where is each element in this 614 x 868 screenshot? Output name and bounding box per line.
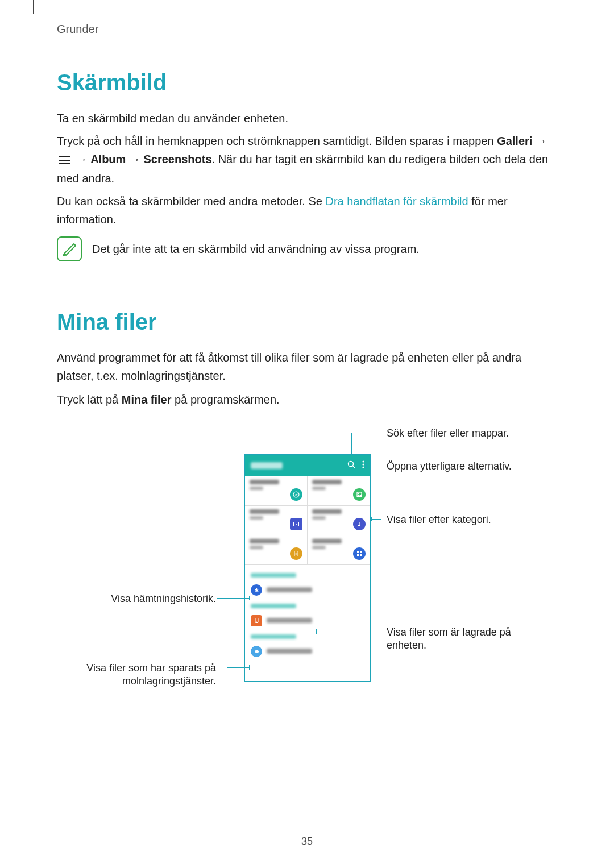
text-part: Du kan också ta skärmbilder med andra me… [57,195,325,207]
gallery-label: Galleri [497,135,532,147]
cloud-storage-label [251,634,296,639]
documents-icon [290,547,302,560]
skarmbild-intro: Ta en skärmbild medan du använder enhete… [57,109,557,127]
tile-images[interactable] [308,476,370,506]
skarmbild-other-methods: Du kan också ta skärmbilder med andra me… [57,192,557,229]
tile-videos[interactable] [245,506,308,535]
callout-more: Öppna ytterligare alternativ. [387,460,529,473]
svg-rect-17 [357,554,359,556]
text-part: Tryck på och håll in hemknappen och strö… [57,135,497,147]
device-icon [251,615,262,626]
cloud-storage-row[interactable] [251,642,364,661]
cloud-icon [251,646,262,657]
arrow-icon: → [532,135,547,147]
tile-recent[interactable] [245,476,308,506]
search-icon[interactable] [347,460,355,471]
heading-skarmbild: Skärmbild [57,70,557,95]
arrow-icon: → [126,153,143,165]
skarmbild-instructions: Tryck på och håll in hemknappen och strö… [57,132,557,188]
mina-filer-label: Mina filer [122,393,172,406]
apps-icon [353,547,366,560]
mina-filer-intro: Använd programmet för att få åtkomst til… [57,348,557,385]
device-storage-row[interactable] [251,612,364,630]
tile-downloads[interactable] [308,535,370,565]
svg-point-10 [358,493,359,494]
phone-header [245,455,370,476]
note-row: Det går inte att ta en skärmbild vid anv… [57,236,557,261]
download-history-row[interactable] [251,581,364,599]
arrow-icon: → [73,153,90,165]
callout-tick [249,665,250,670]
breadcrumb: Grunder [57,23,557,36]
more-icon[interactable] [362,460,364,471]
callout-download: Visa hämtningshistorik. [74,592,216,605]
phone-list [245,565,370,664]
svg-rect-18 [360,554,362,556]
heading-mina-filer: Mina filer [57,309,557,335]
callout-tick [316,629,317,634]
svg-rect-16 [360,551,362,553]
screenshots-label: Screenshots [143,153,211,165]
annotated-figure: Sök efter filer eller mappar. Öppna ytte… [85,426,529,710]
svg-rect-15 [357,551,359,553]
callout-cloud: Visa filer som har sparats på molnlagrin… [74,662,216,688]
tile-audio[interactable] [308,506,370,535]
download-history-label [251,573,296,578]
svg-point-21 [256,622,256,622]
callout-line [351,433,381,434]
callout-line [371,519,381,520]
text-part: på programskärmen. [172,393,280,406]
palm-swipe-link[interactable]: Dra handflatan för skärmbild [325,195,468,207]
hamburger-icon [59,151,70,169]
callout-line [217,598,249,599]
phone-mock [244,454,371,682]
callout-line [366,466,381,467]
note-icon [57,236,82,261]
callout-device: Visa filer som är lagrade på enheten. [387,626,529,653]
callout-tick [371,517,372,521]
mina-filer-tap: Tryck lätt på Mina filer på programskärm… [57,391,557,409]
svg-point-7 [362,466,364,468]
svg-point-6 [362,463,364,465]
text-part: Tryck lätt på [57,393,122,406]
callout-line [351,433,352,454]
note-text: Det går inte att ta en skärmbild vid anv… [92,236,420,261]
videos-icon [290,518,302,530]
page-number: 35 [301,836,313,848]
callout-category: Visa filer efter kategori. [387,513,529,526]
album-label: Album [90,153,126,165]
top-margin-rule [33,0,34,14]
svg-line-4 [353,466,355,468]
images-icon [353,488,366,501]
tile-documents[interactable] [245,535,308,565]
app-title-blur [251,462,283,469]
svg-point-3 [349,461,354,466]
svg-point-12 [358,524,360,526]
local-storage-label [251,604,296,608]
svg-point-5 [362,460,364,462]
download-icon [251,584,262,596]
callout-tick [366,463,367,468]
callout-line [227,667,249,668]
callout-line [316,632,381,633]
callout-search: Sök efter filer eller mappar. [387,427,529,440]
audio-icon [353,518,366,530]
category-grid [245,476,370,565]
callout-tick [249,596,250,600]
recent-icon [290,488,302,501]
